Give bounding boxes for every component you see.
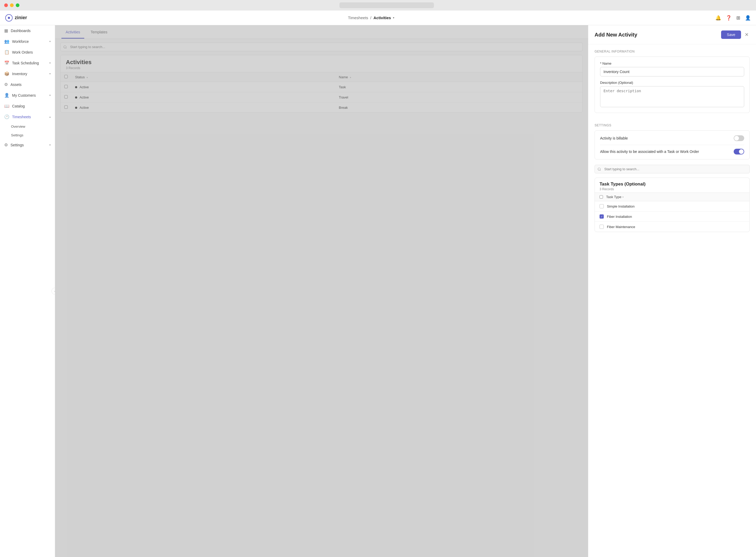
minimize-window-btn[interactable] [10,3,14,7]
work-orders-icon: 📋 [4,50,9,55]
sidebar-item-label: Assets [10,83,22,87]
sort-icon: ▾ [622,196,624,198]
window-search-bar [339,2,434,8]
logo-text: zinier [15,15,27,21]
timesheets-icon: 🕐 [4,114,9,119]
sidebar-item-label: Task Scheduling [12,61,39,65]
breadcrumb-dropdown-icon[interactable]: ▾ [393,16,394,19]
sidebar-item-my-customers[interactable]: 👤 My Customers ▾ [0,90,55,100]
general-info-label: General Information [595,50,750,53]
main-content: Activities Templates Activities 3 Record… [55,25,588,557]
logo-icon [5,14,12,22]
breadcrumb-current: Activities [374,16,391,20]
inventory-icon: 📦 [4,71,9,76]
associate-toggle[interactable] [734,149,744,154]
save-button[interactable]: Save [721,30,741,39]
catalog-icon: 📖 [4,104,9,109]
task-types-section: Task Types (Optional) 3 Records Task Typ… [595,178,750,232]
app-body: ▦ Dashboards 👥 Workforce ▾ 📋 Work Orders… [0,25,756,557]
chevron-up-icon: ▴ [49,115,51,118]
sidebar-item-label: Workforce [12,39,29,43]
breadcrumb-sep: / [370,16,372,20]
sidebar-item-label: Dashboards [11,29,31,33]
panel-title: Add New Activity [595,32,637,38]
settings-section: Settings Activity is billable Allow this… [588,118,756,165]
close-icon: ✕ [745,32,749,37]
sidebar-item-timesheets[interactable]: 🕐 Timesheets ▴ [0,111,55,122]
sidebar-item-label: Inventory [12,72,27,76]
task-type-label: Simple Installation [607,204,635,208]
general-info-box: * Name Description (Optional) [595,57,750,113]
sidebar-sub-label: Overview [11,124,25,128]
task-types-header: Task Types (Optional) 3 Records [595,178,750,193]
task-type-row[interactable]: Simple Installation [595,201,750,211]
sidebar-item-label: Settings [10,143,24,147]
name-field-group: * Name [600,61,744,77]
chevron-down-icon: ▾ [49,143,51,146]
task-type-checkbox-simple[interactable] [600,204,604,208]
breadcrumb-parent[interactable]: Timesheets [348,16,368,20]
settings-box: Activity is billable Allow this activity… [595,130,750,159]
task-scheduling-icon: 📅 [4,60,9,65]
sidebar-item-assets[interactable]: ⚙ Assets [0,79,55,90]
description-field-label: Description (Optional) [600,81,744,85]
general-info-section: General Information * Name Description (… [588,45,756,118]
close-panel-button[interactable]: ✕ [744,31,750,39]
task-types-records: 3 Records [600,187,745,191]
breadcrumb: Timesheets / Activities ▾ [348,16,395,20]
sidebar-collapse-button[interactable]: ‹ [52,288,55,295]
panel-search-input[interactable] [595,165,750,173]
task-type-column-header[interactable]: Task Type ▾ [606,195,624,199]
task-type-row[interactable]: ✓ Fiber Installation [595,211,750,222]
assets-icon: ⚙ [4,82,8,87]
task-type-label: Fiber Maintenance [607,225,635,229]
task-type-row[interactable]: Fiber Maintenance [595,222,750,232]
top-nav: zinier Timesheets / Activities ▾ 🔔 ❓ ⊞ 👤 [0,10,756,25]
sidebar-item-inventory[interactable]: 📦 Inventory ▾ [0,68,55,79]
sidebar-item-dashboards[interactable]: ▦ Dashboards [0,25,55,36]
name-input[interactable] [600,67,744,77]
billable-toggle[interactable] [734,135,744,141]
user-icon[interactable]: 👤 [745,15,751,21]
chevron-down-icon: ▾ [49,61,51,64]
workforce-icon: 👥 [4,39,9,44]
sidebar-item-task-scheduling[interactable]: 📅 Task Scheduling ▾ [0,58,55,68]
name-field-label: * Name [600,61,744,65]
sidebar-sub-item-settings[interactable]: Settings [0,131,55,140]
top-nav-icons: 🔔 ❓ ⊞ 👤 [715,15,751,21]
maximize-window-btn[interactable] [16,3,20,7]
task-type-checkbox-fiber-install[interactable]: ✓ [600,214,604,218]
sidebar-item-label: Timesheets [12,115,31,119]
billable-setting-label: Activity is billable [600,136,628,140]
associate-setting-label: Allow this activity to be associated wit… [600,149,699,154]
add-activity-panel: Add New Activity Save ✕ General Informat… [588,25,756,557]
sidebar-item-catalog[interactable]: 📖 Catalog [0,100,55,111]
task-types-table-head: Task Type ▾ [595,193,750,201]
logo[interactable]: zinier [5,14,27,22]
overlay [55,25,588,557]
chevron-down-icon: ▾ [49,72,51,75]
sidebar: ▦ Dashboards 👥 Workforce ▾ 📋 Work Orders… [0,25,55,557]
sidebar-item-label: Catalog [12,104,25,108]
sidebar-item-settings[interactable]: ⚙ Settings ▾ [0,140,55,150]
associate-setting-row: Allow this activity to be associated wit… [600,145,744,154]
close-window-btn[interactable] [4,3,8,7]
bell-icon[interactable]: 🔔 [715,15,721,21]
description-textarea[interactable] [600,86,744,107]
chevron-down-icon: ▾ [49,94,51,97]
select-all-task-types-checkbox[interactable] [600,195,603,199]
help-icon[interactable]: ❓ [726,15,732,21]
settings-icon: ⚙ [4,142,8,147]
task-type-checkbox-fiber-maint[interactable] [600,225,604,229]
sidebar-item-label: Work Orders [12,50,33,54]
grid-icon[interactable]: ⊞ [736,15,740,21]
panel-search-container [588,165,756,178]
billable-setting-row: Activity is billable [600,135,744,145]
sidebar-item-label: My Customers [12,93,36,97]
sidebar-item-work-orders[interactable]: 📋 Work Orders [0,47,55,58]
dashboards-icon: ▦ [4,28,8,33]
chevron-down-icon: ▾ [49,40,51,43]
sidebar-item-workforce[interactable]: 👥 Workforce ▾ [0,36,55,47]
description-field-group: Description (Optional) [600,81,744,108]
sidebar-sub-item-overview[interactable]: Overview [0,122,55,131]
